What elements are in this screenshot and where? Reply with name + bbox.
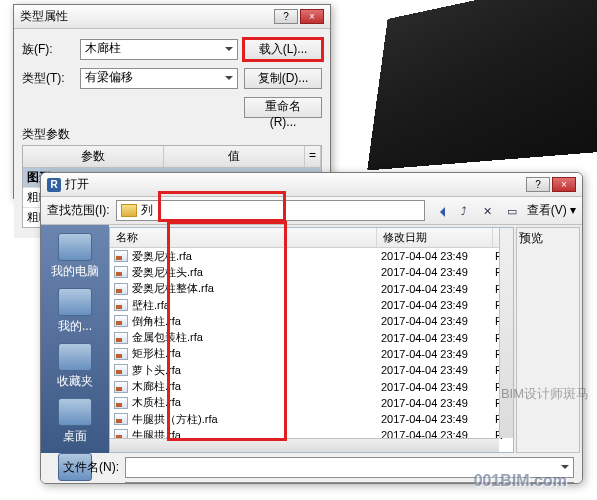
type-select[interactable]: 有梁偏移 [80, 68, 238, 89]
copy-button[interactable]: 复制(D)... [244, 68, 322, 89]
place-item[interactable]: 我的电脑 [41, 229, 109, 284]
rfa-file-icon [114, 381, 128, 393]
type-label: 类型(T): [22, 70, 74, 87]
file-row[interactable]: 木质柱.rfa2017-04-04 23:49R [110, 395, 513, 411]
rfa-file-icon [114, 397, 128, 409]
folder-icon [121, 204, 137, 217]
open-title: 打开 [65, 176, 89, 193]
rename-button[interactable]: 重命名(R)... [244, 97, 322, 118]
col-extra: = [305, 146, 321, 167]
open-toolbar: 查找范围(I): 列 ⤴ ✕ ▭ 查看(V) ▾ [41, 197, 582, 225]
file-row[interactable]: 爱奥尼柱整体.rfa2017-04-04 23:49R [110, 281, 513, 297]
filetype-select[interactable]: 所有受支持的文件 (*.rfa, *.adsk) [125, 482, 574, 484]
file-row[interactable]: 木廊柱.rfa2017-04-04 23:49R [110, 378, 513, 394]
family-label: 族(F): [22, 41, 74, 58]
rfa-file-icon [114, 315, 128, 327]
col-name[interactable]: 名称 [110, 228, 377, 247]
col-date[interactable]: 修改日期 [377, 228, 493, 247]
close-button[interactable]: × [300, 9, 324, 24]
folder-field[interactable]: 列 [116, 200, 425, 221]
rfa-file-icon [114, 413, 128, 425]
place-item[interactable]: 桌面 [41, 394, 109, 449]
place-item[interactable]: 收藏夹 [41, 339, 109, 394]
file-row[interactable]: 爱奥尼柱.rfa2017-04-04 23:49R [110, 248, 513, 264]
file-list[interactable]: 名称 修改日期 类 爱奥尼柱.rfa2017-04-04 23:49R爱奥尼柱头… [109, 227, 514, 453]
rfa-file-icon [114, 364, 128, 376]
close-button[interactable]: × [552, 177, 576, 192]
viewport-3d-object [367, 0, 597, 170]
file-row[interactable]: 壁柱.rfa2017-04-04 23:49R [110, 297, 513, 313]
type-properties-dialog: 类型属性 ? × 族(F): 木廊柱 载入(L)... 类型(T): 有梁偏移 … [13, 4, 331, 199]
back-icon[interactable] [431, 202, 449, 220]
load-button[interactable]: 载入(L)... [244, 39, 322, 60]
family-select[interactable]: 木廊柱 [80, 39, 238, 60]
help-button[interactable]: ? [274, 9, 298, 24]
rfa-file-icon [114, 299, 128, 311]
watermark-author: BIM设计师斑马 [501, 385, 589, 403]
newfolder-icon[interactable]: ▭ [503, 202, 521, 220]
open-titlebar[interactable]: R 打开 ? × [41, 173, 582, 197]
folder-name: 列 [141, 202, 153, 219]
rfa-file-icon [114, 332, 128, 344]
rfa-file-icon [114, 283, 128, 295]
type-properties-titlebar[interactable]: 类型属性 ? × [14, 5, 330, 29]
revit-icon: R [47, 178, 61, 192]
up-icon[interactable]: ⤴ [455, 202, 473, 220]
rfa-file-icon [114, 250, 128, 262]
file-row[interactable]: 金属包装柱.rfa2017-04-04 23:49R [110, 329, 513, 345]
find-range-label: 查找范围(I): [47, 202, 110, 219]
dialog-title: 类型属性 [20, 8, 68, 25]
file-row[interactable]: 牛腿拱（方柱).rfa2017-04-04 23:49R [110, 411, 513, 427]
open-dialog: R 打开 ? × 查找范围(I): 列 ⤴ ✕ ▭ 查看(V) ▾ 我的电脑我的… [40, 172, 583, 484]
vscrollbar[interactable] [499, 228, 513, 438]
places-bar: 我的电脑我的...收藏夹桌面Metric L... [41, 225, 109, 453]
delete-icon[interactable]: ✕ [479, 202, 497, 220]
filename-label: 文件名(N): [49, 459, 119, 476]
help-button[interactable]: ? [526, 177, 550, 192]
file-row[interactable]: 矩形柱.rfa2017-04-04 23:49R [110, 346, 513, 362]
place-item[interactable]: 我的... [41, 284, 109, 339]
filename-field[interactable] [125, 457, 574, 478]
view-menu[interactable]: 查看(V) ▾ [527, 202, 576, 219]
hscrollbar[interactable] [110, 438, 499, 452]
col-param[interactable]: 参数 [23, 146, 164, 167]
col-value[interactable]: 值 [164, 146, 305, 167]
rfa-file-icon [114, 266, 128, 278]
preview-pane: 预览 [516, 227, 580, 453]
file-row[interactable]: 萝卜头.rfa2017-04-04 23:49R [110, 362, 513, 378]
file-row[interactable]: 倒角柱.rfa2017-04-04 23:49R [110, 313, 513, 329]
rfa-file-icon [114, 348, 128, 360]
file-row[interactable]: 爱奥尼柱头.rfa2017-04-04 23:49R [110, 264, 513, 280]
